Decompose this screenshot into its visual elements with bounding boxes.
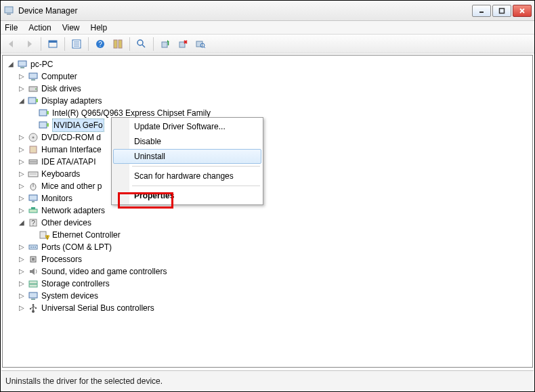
tree-label: Ethernet Controller [52,229,121,241]
svg-rect-23 [196,41,202,47]
menu-view[interactable]: View [62,23,80,32]
tree-label: Keyboards [41,168,80,180]
ctx-scan[interactable]: Scan for hardware changes [113,169,261,183]
tree-item-storage[interactable]: ▷ Storage controllers [7,278,532,290]
tree-item-intel-adapter[interactable]: ▷ Intel(R) Q965/Q963 Express Chipset Fam… [7,107,532,119]
back-button[interactable] [3,37,20,51]
tree-label: Storage controllers [41,278,110,290]
tree-label: pc-PC [30,58,53,70]
tree-item-keyboards[interactable]: ▷ Keyboards [7,168,532,180]
window-controls [472,5,532,17]
tree-item-computer[interactable]: ▷ Computer [7,70,532,83]
dvd-icon [28,132,39,143]
expand-icon[interactable]: ▷ [18,171,25,178]
show-hidden-button[interactable] [45,37,61,51]
update-driver-button[interactable] [157,37,173,51]
tree-item-disk-drives[interactable]: ▷ Disk drives [7,83,532,95]
tree-item-sound[interactable]: ▷ Sound, video and game controllers [7,265,532,278]
svg-rect-35 [47,111,49,114]
svg-rect-34 [39,110,47,116]
find-button[interactable] [133,37,150,51]
svg-rect-28 [29,73,37,79]
menu-file[interactable]: File [5,23,18,32]
menu-help[interactable]: Help [91,23,108,32]
ctx-properties[interactable]: Properties [113,188,261,203]
context-menu: Update Driver Software... Disable Uninst… [111,117,263,205]
svg-line-17 [142,45,145,47]
tree-item-monitors[interactable]: ▷ Monitors [7,192,532,204]
collapse-icon[interactable]: ◢ [18,219,25,227]
tree-label: Universal Serial Bus controllers [41,302,154,314]
device-tree-panel[interactable]: ◢ pc-PC ▷ Computer ▷ Disk drives ◢ Displ… [2,55,533,368]
svg-line-25 [204,47,205,48]
tree-item-other-devices[interactable]: ◢ ? Other devices [7,217,532,229]
status-text: Uninstalls the driver for the selected d… [5,376,163,386]
help-button[interactable]: ? [92,37,108,51]
svg-rect-40 [30,146,37,153]
expand-icon[interactable]: ▷ [18,73,25,81]
svg-rect-53 [40,232,46,238]
tree-item-nvidia-adapter[interactable]: ▷ NVIDIA GeFo [7,119,532,131]
tree-item-ethernet-controller[interactable]: ▷ ! Ethernet Controller [7,229,532,241]
tree-item-system[interactable]: ▷ System devices [7,290,532,302]
ctx-disable[interactable]: Disable [113,134,261,149]
svg-text:?: ? [31,219,35,227]
tree-item-ports[interactable]: ▷ Ports (COM & LPT) [7,241,532,253]
tree-item-dvd[interactable]: ▷ DVD/CD-ROM d [7,131,532,144]
tree-label: Sound, video and game controllers [41,265,167,278]
app-icon [3,5,14,16]
tree-item-ide[interactable]: ▷ IDE ATA/ATAPI [7,156,532,168]
svg-rect-49 [29,209,37,213]
tree-item-mice[interactable]: ▷ Mice and other p [7,180,532,192]
close-button[interactable] [513,5,532,17]
svg-rect-37 [47,123,49,127]
expand-icon[interactable]: ▷ [18,85,25,93]
ctx-uninstall[interactable]: Uninstall [113,149,261,164]
maximize-button[interactable] [492,5,511,17]
tree-label: NVIDIA GeFo [52,118,104,132]
tree-label: IDE ATA/ATAPI [41,156,95,168]
status-bar: Uninstalls the driver for the selected d… [1,370,534,391]
expand-icon[interactable]: ▷ [18,305,25,312]
expand-icon[interactable]: ▷ [18,256,25,263]
expand-icon[interactable]: ▷ [18,292,25,300]
forward-button[interactable] [21,37,37,51]
collapse-icon[interactable]: ◢ [7,61,14,68]
mouse-icon [28,181,39,192]
tree-root[interactable]: ◢ pc-PC [7,58,532,70]
tree-label: Monitors [41,192,72,204]
expand-icon[interactable]: ▷ [18,183,25,190]
ctx-update-driver[interactable]: Update Driver Software... [113,119,261,134]
expand-icon[interactable]: ▷ [18,268,25,276]
tree-label: Human Interface [41,144,102,156]
tree-label: Mice and other p [41,180,102,192]
tree-item-network[interactable]: ▷ Network adapters [7,204,532,217]
minimize-button[interactable] [472,5,491,17]
tree-label: Computer [41,70,77,83]
expand-icon[interactable]: ▷ [18,158,25,166]
expand-icon[interactable]: ▷ [18,244,25,251]
tree-item-hid[interactable]: ▷ Human Interface [7,144,532,156]
tree-item-usb[interactable]: ▷ Universal Serial Bus controllers [7,302,532,314]
display-adapter-icon [39,108,49,118]
tree-item-display-adapters[interactable]: ◢ Display adapters [7,95,532,107]
svg-rect-27 [20,67,24,68]
keyboard-icon [28,169,39,179]
title-bar: Device Manager [1,1,534,21]
properties-button[interactable] [68,37,85,51]
expand-icon[interactable]: ▷ [18,207,25,215]
svg-rect-60 [32,258,35,261]
system-icon [28,290,39,301]
expand-icon[interactable]: ▷ [18,280,25,288]
svg-rect-32 [28,97,36,104]
scan-button[interactable] [192,37,209,51]
expand-icon[interactable]: ▷ [18,134,25,141]
uninstall-button[interactable] [175,37,191,51]
tree-item-processors[interactable]: ▷ Processors [7,253,532,265]
svg-rect-1 [7,14,11,15]
collapse-icon[interactable]: ◢ [18,97,25,105]
expand-icon[interactable]: ▷ [18,146,25,154]
expand-icon[interactable]: ▷ [18,195,25,202]
options-button[interactable] [110,37,126,51]
menu-action[interactable]: Action [28,23,51,32]
